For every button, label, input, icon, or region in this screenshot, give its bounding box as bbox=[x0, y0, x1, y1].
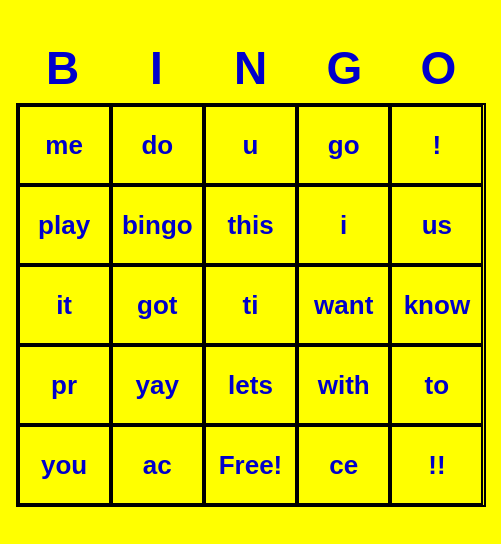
cell-r2-c1[interactable]: got bbox=[111, 265, 204, 345]
cell-r1-c4[interactable]: us bbox=[390, 185, 483, 265]
cell-r3-c4[interactable]: to bbox=[390, 345, 483, 425]
cell-r0-c3[interactable]: go bbox=[297, 105, 390, 185]
cell-r3-c2[interactable]: lets bbox=[204, 345, 297, 425]
cell-r4-c1[interactable]: ac bbox=[111, 425, 204, 505]
cell-r4-c2[interactable]: Free! bbox=[204, 425, 297, 505]
cell-r0-c2[interactable]: u bbox=[204, 105, 297, 185]
header-letter-b: B bbox=[16, 37, 110, 99]
cell-r1-c2[interactable]: this bbox=[204, 185, 297, 265]
bingo-card: BINGO medougo!playbingothisiusitgottiwan… bbox=[6, 27, 496, 517]
cell-r0-c1[interactable]: do bbox=[111, 105, 204, 185]
cell-r3-c0[interactable]: pr bbox=[18, 345, 111, 425]
cell-r0-c4[interactable]: ! bbox=[390, 105, 483, 185]
cell-r4-c4[interactable]: !! bbox=[390, 425, 483, 505]
cell-r1-c3[interactable]: i bbox=[297, 185, 390, 265]
cell-r1-c1[interactable]: bingo bbox=[111, 185, 204, 265]
header-letter-o: O bbox=[392, 37, 486, 99]
bingo-header: BINGO bbox=[16, 37, 486, 99]
cell-r3-c1[interactable]: yay bbox=[111, 345, 204, 425]
cell-r2-c0[interactable]: it bbox=[18, 265, 111, 345]
cell-r2-c3[interactable]: want bbox=[297, 265, 390, 345]
header-letter-g: G bbox=[298, 37, 392, 99]
cell-r4-c3[interactable]: ce bbox=[297, 425, 390, 505]
header-letter-n: N bbox=[204, 37, 298, 99]
bingo-grid: medougo!playbingothisiusitgottiwantknowp… bbox=[16, 103, 486, 507]
cell-r4-c0[interactable]: you bbox=[18, 425, 111, 505]
cell-r3-c3[interactable]: with bbox=[297, 345, 390, 425]
cell-r0-c0[interactable]: me bbox=[18, 105, 111, 185]
cell-r2-c2[interactable]: ti bbox=[204, 265, 297, 345]
cell-r1-c0[interactable]: play bbox=[18, 185, 111, 265]
header-letter-i: I bbox=[110, 37, 204, 99]
cell-r2-c4[interactable]: know bbox=[390, 265, 483, 345]
